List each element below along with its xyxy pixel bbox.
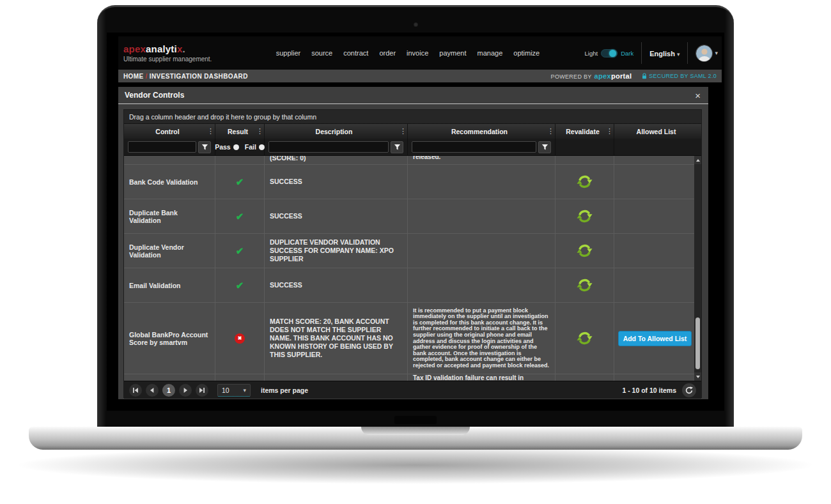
result-filter: Pass Fail (215, 139, 265, 155)
result-cell: ✔ (215, 234, 265, 268)
nav-item-optimize[interactable]: optimize (513, 49, 540, 57)
brand-tagline: Ultimate supplier management. (123, 56, 212, 63)
revalidate-icon[interactable] (577, 208, 593, 224)
add-to-allowed-list-button[interactable]: Add To Allowed List (618, 331, 692, 346)
table-row-partial[interactable]: (SCORE: 0) released. (124, 156, 695, 165)
description-cell: SUCCESS (265, 268, 408, 302)
table-row-partial[interactable]: Tax ID validation failure can result in … (124, 374, 695, 381)
close-icon[interactable]: × (695, 91, 701, 100)
allowed-list-cell (614, 165, 695, 199)
pass-check-icon: ✔ (236, 211, 244, 222)
column-menu-icon[interactable]: ⋮ (400, 127, 406, 135)
nav-item-contract[interactable]: contract (343, 49, 368, 57)
control-cell: Bank Code Validation (124, 165, 215, 199)
revalidate-cell (555, 165, 614, 199)
filter-funnel-button[interactable] (538, 141, 551, 153)
pass-check-icon: ✔ (236, 176, 244, 188)
nav-item-source[interactable]: source (311, 49, 332, 57)
recommendation-filter-input[interactable] (412, 141, 536, 153)
column-menu-icon[interactable]: ⋮ (207, 127, 214, 135)
revalidate-filter (555, 139, 614, 155)
table-row[interactable]: Duplicate Vendor Validation ✔ DUPLICATE … (124, 234, 695, 268)
fail-x-icon: ✖ (235, 333, 245, 344)
description-cell: MATCH SCORE: 20, BANK ACCOUNT DOES NOT M… (265, 303, 408, 374)
group-drop-zone[interactable]: Drag a column header and drop it here to… (124, 110, 701, 124)
recommendation-filter (408, 139, 555, 155)
nav-item-supplier[interactable]: supplier (276, 49, 301, 57)
language-selector[interactable]: English▾ (649, 47, 680, 59)
column-header-allowed-list[interactable]: Allowed List (614, 124, 695, 139)
prev-page-button[interactable] (146, 384, 159, 397)
column-header-result[interactable]: Result ⋮ (215, 124, 265, 139)
base-thumb-groove (361, 427, 470, 435)
next-page-button[interactable] (179, 384, 192, 397)
scroll-up-button[interactable] (694, 156, 701, 164)
breadcrumb-home[interactable]: HOME (123, 73, 144, 80)
control-filter (124, 139, 215, 155)
table-row[interactable]: Duplicate Bank Validation ✔ SUCCESS (124, 199, 695, 234)
filter-funnel-button[interactable] (391, 141, 403, 153)
scroll-down-button[interactable] (694, 372, 701, 381)
vendor-controls-panel: Vendor Controls × Drag a column header a… (118, 87, 708, 399)
vertical-scrollbar[interactable] (694, 156, 701, 381)
column-header-control[interactable]: Control ⋮ (124, 124, 215, 139)
result-cell: ✔ (215, 199, 265, 233)
control-filter-input[interactable] (128, 141, 196, 153)
first-page-button[interactable] (129, 384, 142, 397)
secured-by-label: SECURED BY SAML 2.0 (649, 73, 717, 79)
webcam-dot (414, 22, 418, 27)
revalidate-icon[interactable] (577, 330, 593, 346)
chevron-down-icon: ▾ (243, 387, 246, 393)
nav-item-manage[interactable]: manage (478, 49, 503, 57)
allowed-list-cell: Add To Allowed List (614, 303, 695, 374)
brand-logo: apexanalytix. Ultimate supplier manageme… (118, 43, 212, 63)
nav-item-payment[interactable]: payment (439, 49, 466, 57)
laptop-screen-bezel: apexanalytix. Ultimate supplier manageme… (97, 5, 734, 427)
table-row[interactable]: Bank Code Validation ✔ SUCCESS (124, 165, 695, 199)
allowed-list-cell (614, 199, 695, 233)
powered-by: POWERED BY apexportal (551, 72, 632, 80)
revalidate-icon[interactable] (577, 174, 593, 190)
last-page-button[interactable] (196, 384, 208, 397)
column-menu-icon[interactable]: ⋮ (547, 127, 554, 135)
pass-radio[interactable]: Pass (215, 143, 239, 151)
grid-viewport: (SCORE: 0) released. Bank Code Validatio… (124, 156, 701, 381)
column-menu-icon[interactable]: ⋮ (256, 127, 263, 135)
nav-item-invoice[interactable]: invoice (407, 49, 428, 57)
theme-toggle-switch[interactable] (601, 49, 617, 57)
revalidate-icon[interactable] (577, 243, 593, 259)
table-row[interactable]: Global BankPro Account Score by smartvm … (124, 303, 695, 374)
user-menu[interactable]: ▾ (695, 45, 722, 62)
language-label: English (649, 50, 675, 57)
fail-radio[interactable]: Fail (245, 143, 265, 151)
column-label: Result (219, 128, 256, 135)
chevron-down-icon: ▾ (715, 50, 718, 56)
avatar (695, 45, 713, 62)
next-page-icon (182, 387, 189, 393)
column-header-description[interactable]: Description ⋮ (265, 124, 408, 139)
refresh-icon (685, 386, 693, 394)
toggle-knob (609, 50, 616, 57)
result-cell: ✖ (215, 303, 265, 374)
table-row[interactable]: Email Validation ✔ SUCCESS (124, 268, 695, 303)
control-cell: Duplicate Bank Validation (124, 199, 215, 233)
control-cell: Email Validation (124, 268, 215, 302)
current-page-button[interactable]: 1 (162, 384, 175, 397)
column-header-revalidate[interactable]: Revalidate ⋮ (555, 124, 614, 139)
column-menu-icon[interactable]: ⋮ (606, 127, 612, 135)
revalidate-icon[interactable] (577, 277, 593, 293)
column-header-recommendation[interactable]: Recommendation ⋮ (408, 124, 555, 139)
revalidate-cell (555, 303, 614, 374)
filter-funnel-button[interactable] (198, 141, 211, 153)
refresh-button[interactable] (682, 383, 696, 397)
description-cell: SUCCESS (265, 165, 408, 199)
scrollbar-thumb[interactable] (695, 317, 700, 369)
nav-item-order[interactable]: order (379, 49, 396, 57)
app-header: apexanalytix. Ultimate supplier manageme… (118, 36, 722, 70)
revalidate-cell (555, 268, 614, 302)
page-size-select[interactable]: 10 ▾ (217, 384, 251, 397)
secured-by: SECURED BY SAML 2.0 (642, 73, 717, 79)
description-filter-input[interactable] (268, 141, 389, 153)
main-nav: supplier source contract order invoice p… (276, 49, 540, 57)
laptop-base (29, 427, 802, 450)
